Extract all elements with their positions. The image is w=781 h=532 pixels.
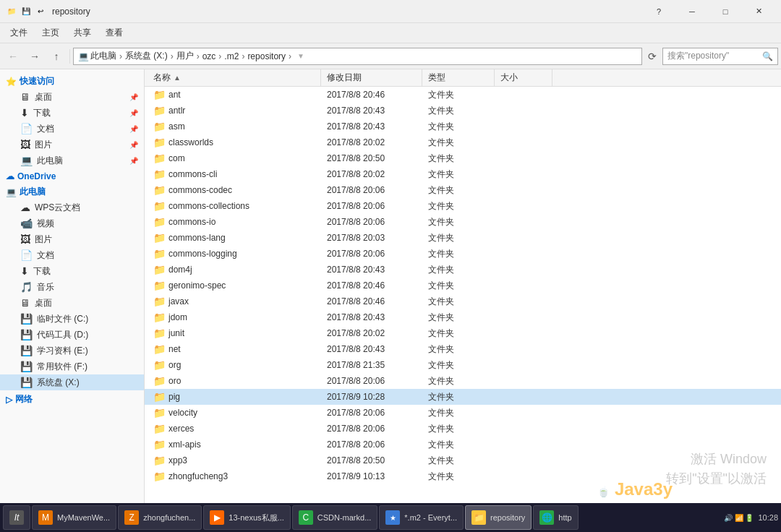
breadcrumb-sep4: ›: [218, 51, 221, 61]
sidebar-item-pic[interactable]: 🖼 图片: [0, 231, 144, 247]
refresh-button[interactable]: ⟳: [644, 48, 661, 65]
search-box[interactable]: 搜索"repository" 🔍: [662, 48, 778, 65]
sidebar-item-dl2[interactable]: ⬇ 下载: [0, 263, 144, 279]
folder-icon: 📁: [153, 391, 166, 403]
col-header-date[interactable]: 修改日期: [321, 69, 422, 86]
file-row[interactable]: 📁 ant 2017/8/8 20:46 文件夹: [145, 87, 781, 103]
file-name-cell: 📁 xpp3: [148, 455, 321, 466]
file-type-cell: 文件夹: [422, 455, 495, 467]
taskbar-item-at[interactable]: It: [3, 505, 30, 530]
folder-icon: 📁: [153, 375, 166, 387]
taskbar-item-nexus[interactable]: ▶ 13-nexus私服...: [203, 505, 290, 530]
menu-home[interactable]: 主页: [35, 24, 67, 42]
sidebar-item-downloads[interactable]: ⬇ 下载 📌: [0, 105, 144, 121]
pin-icon-thispc: 📌: [129, 157, 138, 165]
file-date: 2017/8/8 20:06: [327, 249, 385, 259]
sidebar-item-drivc[interactable]: 💾 临时文件 (C:): [0, 311, 144, 327]
file-date-cell: 2017/8/8 20:46: [321, 280, 422, 291]
file-date-cell: 2017/8/8 20:43: [321, 312, 422, 322]
file-name: org: [168, 360, 181, 370]
sidebar-item-drivx[interactable]: 💾 系统盘 (X:): [0, 374, 144, 390]
thispc-label: 此电脑: [20, 186, 46, 198]
network-label: 网络: [15, 393, 33, 406]
taskbar-item-m2[interactable]: ★ *.m2 - Everyt...: [379, 505, 464, 530]
sidebar-item-drivd[interactable]: 💾 代码工具 (D:): [0, 327, 144, 343]
file-row[interactable]: 📁 dom4j 2017/8/8 20:43 文件夹: [145, 262, 781, 278]
sidebar-item-wps[interactable]: ☁ WPS云文档: [0, 200, 144, 215]
file-type: 文件夹: [428, 296, 454, 308]
file-row[interactable]: 📁 commons-codec 2017/8/8 20:06 文件夹: [145, 182, 781, 198]
file-name: junit: [168, 328, 184, 338]
help-button[interactable]: ?: [642, 0, 675, 23]
file-name-cell: 📁 commons-collections: [148, 200, 321, 212]
file-type-cell: 文件夹: [422, 423, 495, 435]
file-type: 文件夹: [428, 216, 454, 228]
close-button[interactable]: ✕: [742, 0, 775, 23]
file-row[interactable]: 📁 commons-logging 2017/8/8 20:06 文件夹: [145, 246, 781, 262]
sidebar-quick-access[interactable]: ⭐ 快速访问: [0, 72, 144, 89]
file-row[interactable]: 📁 pig 2017/8/9 10:28 文件夹: [145, 389, 781, 405]
up-button[interactable]: ↑: [46, 46, 67, 66]
col-header-size[interactable]: 大小: [495, 69, 552, 86]
file-row[interactable]: 📁 jdom 2017/8/8 20:43 文件夹: [145, 309, 781, 325]
file-row[interactable]: 📁 org 2017/8/8 21:35 文件夹: [145, 357, 781, 373]
file-row[interactable]: 📁 com 2017/8/8 20:50 文件夹: [145, 150, 781, 166]
sidebar-item-drivf[interactable]: 💾 常用软件 (F:): [0, 359, 144, 374]
file-row[interactable]: 📁 commons-collections 2017/8/8 20:06 文件夹: [145, 198, 781, 214]
sidebar-onedrive[interactable]: ☁ OneDrive: [0, 168, 144, 183]
sidebar-network[interactable]: ▷ 网络: [0, 390, 144, 407]
back-button[interactable]: ←: [3, 46, 23, 66]
file-type-cell: 文件夹: [422, 153, 495, 165]
taskbar-item-maven[interactable]: M MyMavenWe...: [32, 505, 116, 530]
sidebar-item-pictures[interactable]: 🖼 图片 📌: [0, 137, 144, 153]
file-date: 2017/8/8 20:43: [327, 106, 385, 116]
file-date-cell: 2017/8/8 20:43: [321, 106, 422, 116]
file-row[interactable]: 📁 commons-io 2017/8/8 20:06 文件夹: [145, 214, 781, 230]
sidebar-item-desktop[interactable]: 🖥 桌面 📌: [0, 89, 144, 105]
file-row[interactable]: 📁 antlr 2017/8/8 20:43 文件夹: [145, 103, 781, 119]
file-row[interactable]: 📁 velocity 2017/8/8 20:06 文件夹: [145, 405, 781, 421]
sidebar-item-desk2[interactable]: 🖥 桌面: [0, 295, 144, 311]
sidebar-item-music[interactable]: 🎵 音乐: [0, 279, 144, 295]
file-type: 文件夹: [428, 184, 454, 197]
sidebar-item-drive[interactable]: 💾 学习资料 (E:): [0, 343, 144, 359]
taskbar-item-csdn[interactable]: C CSDN-markd...: [292, 505, 378, 530]
file-row[interactable]: 📁 oro 2017/8/8 20:06 文件夹: [145, 373, 781, 389]
file-type-cell: 文件夹: [422, 296, 495, 308]
file-name-cell: 📁 xml-apis: [148, 439, 321, 450]
menu-share[interactable]: 共享: [67, 24, 98, 42]
breadcrumb-part3: 用户: [176, 50, 194, 62]
sidebar-item-video[interactable]: 📹 视频: [0, 215, 144, 231]
file-row[interactable]: 📁 classworlds 2017/8/8 20:02 文件夹: [145, 134, 781, 150]
address-bar[interactable]: 💻 此电脑 › 系统盘 (X:) › 用户 › ozc › .m2 › repo…: [73, 48, 642, 65]
col-header-type[interactable]: 类型: [422, 69, 495, 86]
sidebar-item-docs[interactable]: 📄 文档 📌: [0, 121, 144, 137]
file-type-cell: 文件夹: [422, 216, 495, 228]
file-row[interactable]: 📁 net 2017/8/8 20:43 文件夹: [145, 341, 781, 357]
sidebar-item-doc2[interactable]: 📄 文档: [0, 247, 144, 263]
file-row[interactable]: 📁 commons-cli 2017/8/8 20:02 文件夹: [145, 166, 781, 182]
taskbar-item-zhong[interactable]: Z zhongfuchen...: [118, 505, 202, 530]
file-row[interactable]: 📁 geronimo-spec 2017/8/8 20:46 文件夹: [145, 278, 781, 293]
pic-icon: 🖼: [20, 233, 30, 245]
taskbar-item-http[interactable]: 🌐 http: [533, 505, 578, 530]
menu-view[interactable]: 查看: [98, 24, 130, 42]
search-icon[interactable]: 🔍: [762, 51, 773, 61]
forward-button[interactable]: →: [25, 46, 45, 66]
col-header-name[interactable]: 名称 ▲: [148, 69, 321, 86]
file-name-cell: 📁 velocity: [148, 407, 321, 419]
sidebar-item-thispc-quick[interactable]: 💻 此电脑 📌: [0, 153, 144, 168]
file-row[interactable]: 📁 junit 2017/8/8 20:02 文件夹: [145, 325, 781, 341]
sidebar-thispc[interactable]: 💻 此电脑: [0, 183, 144, 200]
menu-file[interactable]: 文件: [3, 24, 35, 42]
file-row[interactable]: 📁 asm 2017/8/8 20:43 文件夹: [145, 119, 781, 134]
maximize-button[interactable]: □: [709, 0, 742, 23]
file-name-cell: 📁 geronimo-spec: [148, 280, 321, 291]
file-row[interactable]: 📁 javax 2017/8/8 20:46 文件夹: [145, 293, 781, 309]
minimize-button[interactable]: ─: [675, 0, 709, 23]
file-date: 2017/8/8 20:43: [327, 121, 385, 132]
file-row[interactable]: 📁 commons-lang 2017/8/8 20:03 文件夹: [145, 230, 781, 246]
file-row[interactable]: 📁 xerces 2017/8/8 20:06 文件夹: [145, 421, 781, 437]
taskbar-item-repo[interactable]: 📁 repository: [465, 505, 532, 530]
breadcrumb-part4: ozc: [202, 51, 216, 61]
